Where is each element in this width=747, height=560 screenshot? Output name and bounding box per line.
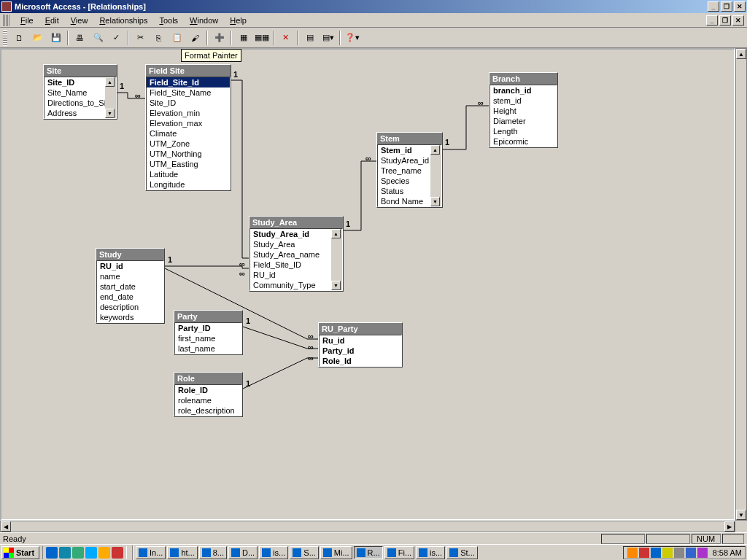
- ql-info-icon[interactable]: [85, 547, 97, 559]
- field-role-id[interactable]: Role_Id: [320, 356, 401, 366]
- new-object-button[interactable]: ▤▾: [320, 30, 336, 46]
- field-bond-name[interactable]: Bond Name: [378, 196, 430, 206]
- field-start-date[interactable]: start_date: [97, 281, 163, 292]
- field-first-name[interactable]: first_name: [175, 333, 241, 343]
- field-field-site-id[interactable]: Field_Site_Id: [147, 77, 230, 88]
- table-fieldsite[interactable]: Field SiteField_Site_IdField_Site_NameSi…: [145, 64, 231, 191]
- field-end-date[interactable]: end_date: [97, 292, 163, 302]
- task-button[interactable]: Mi...: [320, 546, 352, 559]
- table-site[interactable]: SiteSite_IDSite_NameDirections_to_SiAddr…: [43, 64, 117, 120]
- clear-layout-button[interactable]: ✕: [277, 30, 294, 46]
- table-ruparty[interactable]: RU_PartyRu_idParty_idRole_Id: [318, 322, 403, 368]
- field-ru-id[interactable]: RU_id: [250, 270, 331, 280]
- copy-button[interactable]: ⎘: [150, 30, 167, 46]
- restore-button[interactable]: ❐: [721, 1, 732, 12]
- doc-close-button[interactable]: ✕: [732, 15, 744, 26]
- task-button[interactable]: is...: [259, 546, 288, 559]
- tray-display-icon[interactable]: [686, 548, 696, 558]
- horizontal-scrollbar[interactable]: ◀ ▶: [0, 521, 735, 532]
- menu-relationships[interactable]: Relationships: [93, 15, 153, 26]
- field-tree-name[interactable]: Tree_name: [378, 166, 430, 176]
- field-field-site-id[interactable]: Field_Site_ID: [250, 260, 331, 270]
- field-description[interactable]: description: [97, 302, 163, 312]
- menu-window[interactable]: Window: [184, 15, 224, 26]
- vertical-scrollbar[interactable]: ▲ ▼: [735, 48, 747, 521]
- tray-network-icon[interactable]: [651, 548, 661, 558]
- scroll-right-icon[interactable]: ▶: [724, 521, 735, 532]
- tray-power-icon[interactable]: [662, 548, 673, 558]
- all-rel-button[interactable]: ▦▦: [253, 30, 270, 46]
- save-button[interactable]: 💾: [47, 30, 64, 46]
- start-button[interactable]: Start: [1, 546, 39, 559]
- task-button[interactable]: Fi...: [384, 546, 414, 559]
- tray-shield-icon[interactable]: [639, 548, 649, 558]
- field-address[interactable]: Address: [44, 108, 105, 118]
- relationships-canvas[interactable]: 1∞ 1∞ 1∞ 1∞ 1∞ ∞ 1∞ 1∞ SiteSite_IDSite_N…: [0, 48, 735, 521]
- scroll-up-icon[interactable]: ▲: [430, 145, 440, 155]
- task-button[interactable]: D...: [228, 546, 258, 559]
- field-study-area-name[interactable]: Study_Area_name: [250, 249, 331, 260]
- table-title[interactable]: Study_Area: [249, 217, 343, 228]
- task-button[interactable]: St...: [446, 546, 478, 559]
- field-last-name[interactable]: last_name: [175, 343, 241, 354]
- task-button[interactable]: In...: [136, 546, 166, 559]
- scroll-down-icon[interactable]: ▼: [736, 510, 746, 520]
- field-role-id[interactable]: Role_ID: [175, 385, 241, 395]
- table-role[interactable]: RoleRole_IDrolenamerole_description: [174, 372, 243, 417]
- table-title[interactable]: Site: [44, 65, 117, 77]
- clock[interactable]: 8:58 AM: [713, 548, 742, 557]
- field-party-id[interactable]: Party_ID: [175, 323, 241, 333]
- field-site-id[interactable]: Site_ID: [147, 98, 230, 108]
- field-site-name[interactable]: Site_Name: [44, 88, 105, 98]
- ql-paint-icon[interactable]: [98, 547, 110, 559]
- field-party-id[interactable]: Party_id: [320, 346, 401, 356]
- ql-outlook-icon[interactable]: [59, 547, 71, 559]
- field-utm-northing[interactable]: UTM_Northing: [147, 149, 230, 159]
- tray-winamp-icon[interactable]: [627, 548, 638, 558]
- field-study-area[interactable]: Study_Area: [250, 239, 331, 249]
- direct-rel-button[interactable]: ▦: [235, 30, 252, 46]
- field-study-area-id[interactable]: Study_Area_id: [250, 229, 331, 239]
- field-studyarea-id[interactable]: StudyArea_id: [378, 155, 430, 166]
- field-climate[interactable]: Climate: [147, 128, 230, 139]
- close-button[interactable]: ✕: [734, 1, 746, 12]
- field-field-site-name[interactable]: Field_Site_Name: [147, 88, 230, 98]
- field-utm-easting[interactable]: UTM_Easting: [147, 159, 230, 169]
- scroll-up-icon[interactable]: ▲: [105, 77, 115, 87]
- field-branch-id[interactable]: branch_id: [490, 85, 557, 96]
- spell-button[interactable]: ✓: [108, 30, 125, 46]
- field-ru-id[interactable]: Ru_id: [320, 335, 401, 346]
- print-button[interactable]: 🖶: [71, 30, 88, 46]
- table-title[interactable]: Party: [174, 311, 242, 322]
- field-stem-id[interactable]: Stem_id: [378, 145, 430, 155]
- field-elevation-min[interactable]: Elevation_min: [147, 108, 230, 118]
- ql-desktop-icon[interactable]: [72, 547, 84, 559]
- preview-button[interactable]: 🔍: [90, 30, 107, 46]
- field-latitude[interactable]: Latitude: [147, 169, 230, 179]
- table-title[interactable]: Role: [174, 373, 242, 384]
- menu-tools[interactable]: Tools: [153, 15, 184, 26]
- menu-file[interactable]: File: [15, 15, 39, 26]
- field-longitude[interactable]: Longitude: [147, 179, 230, 190]
- field-site-id[interactable]: Site_ID: [44, 77, 105, 88]
- field-height[interactable]: Height: [490, 106, 557, 116]
- field-name[interactable]: name: [97, 271, 163, 281]
- field-status[interactable]: Status: [378, 186, 430, 196]
- field-elevation-max[interactable]: Elevation_max: [147, 118, 230, 128]
- table-branch[interactable]: Branchbranch_idstem_idHeightDiameterLeng…: [489, 72, 558, 148]
- menu-edit[interactable]: Edit: [39, 15, 65, 26]
- table-stem[interactable]: StemStem_idStudyArea_idTree_nameSpeciesS…: [376, 132, 443, 208]
- doc-restore-button[interactable]: ❐: [719, 15, 731, 26]
- field-utm-zone[interactable]: UTM_Zone: [147, 139, 230, 149]
- ql-ie-icon[interactable]: [46, 547, 58, 559]
- field-stem-id[interactable]: stem_id: [490, 96, 557, 106]
- table-study[interactable]: StudyRU_idnamestart_dateend_datedescript…: [96, 248, 165, 324]
- field-rolename[interactable]: rolename: [175, 395, 241, 405]
- field-length[interactable]: Length: [490, 126, 557, 136]
- help-button[interactable]: ❓▾: [344, 30, 360, 46]
- tray-app-icon[interactable]: [697, 548, 708, 558]
- field-keywords[interactable]: keywords: [97, 312, 163, 322]
- field-directions-to-si[interactable]: Directions_to_Si: [44, 98, 105, 108]
- table-studyarea[interactable]: Study_AreaStudy_Area_idStudy_AreaStudy_A…: [249, 216, 344, 292]
- minimize-button[interactable]: _: [708, 1, 719, 12]
